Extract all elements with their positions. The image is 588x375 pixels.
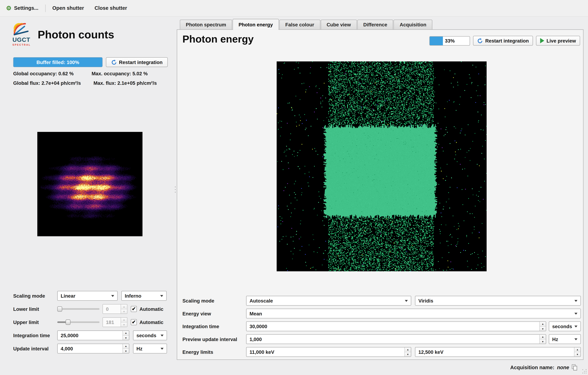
slider-handle[interactable] (66, 320, 71, 325)
update-interval-unit-select[interactable]: Hz (133, 344, 167, 354)
brand-subtitle: SPECTRAL (12, 43, 37, 46)
tab-difference[interactable]: Difference (357, 20, 393, 29)
energy-colormap-value: Viridis (418, 298, 433, 303)
tab-false-colour[interactable]: False colour (279, 20, 320, 29)
spin-down-icon: ▼ (121, 322, 127, 327)
live-preview-button[interactable]: Live preview (536, 36, 580, 46)
colormap-select[interactable]: Inferno (121, 291, 167, 301)
update-interval-label: Update interval (13, 346, 57, 351)
play-icon (540, 38, 544, 43)
pane-actions: 33% Restart integration Live preview (430, 36, 580, 46)
upper-limit-row: Upper limit 181 ▲▼ ✔ Automatic (13, 317, 168, 327)
live-preview-label: Live preview (546, 38, 576, 43)
max-occupancy-stat: Max. occupancy: 5.02 % (92, 71, 148, 76)
lower-limit-slider[interactable] (57, 305, 99, 313)
splitter-handle[interactable] (174, 176, 177, 204)
energy-view-label: Energy view (182, 311, 246, 316)
energy-integration-time-value: 30,0000 (250, 323, 267, 329)
spin-up-icon[interactable]: ▲ (540, 335, 546, 339)
energy-integration-time-unit-select[interactable]: seconds (549, 322, 581, 331)
restart-integration-button-left[interactable]: Restart integration (106, 57, 168, 67)
update-interval-value: 4,000 (61, 346, 73, 351)
chevron-down-icon (574, 313, 577, 315)
energy-limit-low-spinbox[interactable]: 11,000 keV ▲▼ (246, 347, 411, 357)
integration-time-row: Integration time 30,0000 ▲▼ seconds (182, 322, 581, 331)
tab-label: Photon energy (239, 22, 273, 27)
integration-time-label: Integration time (182, 323, 246, 329)
lower-automatic-checkbox[interactable]: ✔ (131, 306, 137, 312)
integration-time-row: Integration time 25,0000 ▲▼ seconds (13, 331, 168, 340)
spin-up-icon[interactable]: ▲ (123, 344, 129, 349)
copy-icon[interactable] (572, 364, 578, 370)
slider-handle[interactable] (57, 306, 62, 312)
spin-buttons[interactable]: ▲▼ (404, 347, 411, 356)
spin-up-icon[interactable]: ▲ (540, 322, 546, 326)
spin-down-icon[interactable]: ▼ (405, 352, 411, 356)
chevron-down-icon (161, 335, 164, 337)
chevron-down-icon (574, 300, 577, 302)
preview-update-interval-unit-value: Hz (552, 336, 558, 342)
upper-limit-slider[interactable] (57, 318, 99, 326)
spin-buttons[interactable]: ▲▼ (123, 344, 129, 353)
statusbar: Acquisition name: none (0, 360, 588, 375)
integration-time-unit-select[interactable]: seconds (133, 331, 167, 340)
spin-buttons[interactable]: ▲▼ (539, 322, 546, 331)
spin-down-icon[interactable]: ▼ (574, 352, 580, 356)
menu-open-shutter[interactable]: Open shutter (47, 0, 89, 16)
spin-down-icon[interactable]: ▼ (540, 339, 546, 344)
energy-view-select[interactable]: Mean (246, 309, 581, 318)
upper-automatic-label: Automatic (139, 319, 164, 325)
energy-view-value: Mean (250, 311, 262, 316)
page-title-photon-counts: Photon counts (38, 29, 114, 41)
restart-integration-button-right[interactable]: Restart integration (473, 36, 533, 46)
spin-up-icon: ▲ (121, 304, 127, 309)
tab-label: Difference (363, 22, 387, 27)
menu-close-shutter-label: Close shutter (94, 5, 127, 11)
integration-time-spinbox[interactable]: 25,0000 ▲▼ (57, 331, 129, 340)
tab-cube-view[interactable]: Cube view (321, 20, 357, 29)
spin-down-icon[interactable]: ▼ (123, 336, 129, 340)
menu-open-shutter-label: Open shutter (52, 5, 84, 11)
colormap-value: Inferno (125, 293, 141, 299)
spin-up-icon[interactable]: ▲ (123, 331, 129, 336)
menu-close-shutter[interactable]: Close shutter (89, 0, 132, 16)
energy-limit-high-spinbox[interactable]: 12,500 keV ▲▼ (415, 347, 581, 357)
update-interval-unit-value: Hz (136, 346, 142, 351)
energy-integration-time-spinbox[interactable]: 30,0000 ▲▼ (246, 322, 546, 331)
update-interval-spinbox[interactable]: 4,000 ▲▼ (57, 344, 129, 354)
app-window: ⚙ Settings... Open shutter Close shutter… (0, 0, 588, 375)
lower-limit-row: Lower limit 0 ▲▼ ✔ Automatic (13, 304, 168, 314)
spin-buttons[interactable]: ▲▼ (574, 347, 580, 356)
spin-up-icon[interactable]: ▲ (405, 347, 411, 352)
energy-view-row: Energy view Mean (182, 309, 581, 318)
tab-photon-spectrum[interactable]: Photon spectrum (180, 20, 232, 29)
tab-label: Cube view (327, 22, 351, 27)
spin-buttons[interactable]: ▲▼ (539, 335, 546, 344)
scaling-mode-select[interactable]: Linear (57, 291, 117, 301)
spin-down-icon[interactable]: ▼ (540, 326, 546, 331)
menu-settings[interactable]: ⚙ Settings... (6, 0, 44, 16)
spin-buttons: ▲▼ (121, 318, 127, 327)
spin-down-icon[interactable]: ▼ (123, 349, 129, 353)
spin-up-icon[interactable]: ▲ (574, 347, 580, 352)
energy-colormap-select[interactable]: Viridis (415, 296, 581, 306)
chevron-down-icon (574, 338, 577, 340)
tab-acquisition[interactable]: Acquisition (394, 20, 432, 29)
tab-label: Acquisition (400, 22, 426, 27)
chevron-down-icon (574, 326, 577, 328)
scaling-mode-label: Scaling mode (13, 293, 57, 299)
preview-update-interval-spinbox[interactable]: 1,000 ▲▼ (246, 334, 546, 344)
resize-grip[interactable] (582, 369, 587, 374)
integration-time-label: Integration time (13, 333, 57, 338)
tab-label: False colour (285, 22, 314, 27)
chevron-down-icon (160, 295, 163, 297)
restart-integration-label: Restart integration (119, 59, 163, 65)
spin-buttons[interactable]: ▲▼ (123, 331, 129, 340)
upper-automatic-checkbox[interactable]: ✔ (131, 319, 137, 325)
restart-icon (477, 38, 483, 43)
preview-update-interval-unit-select[interactable]: Hz (549, 334, 581, 344)
tab-photon-energy[interactable]: Photon energy (232, 19, 279, 30)
tab-label: Photon spectrum (186, 22, 226, 27)
energy-scaling-mode-select[interactable]: Autoscale (246, 296, 411, 306)
max-flux-stat: Max. flux: 2.1e+05 ph/cm²/s (94, 80, 157, 86)
